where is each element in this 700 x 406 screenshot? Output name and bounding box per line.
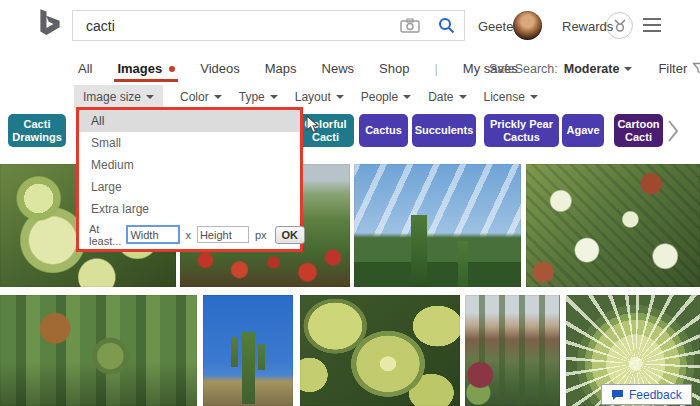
image-size-dropdown-annotated: All Small Medium Large Extra large At le… bbox=[76, 107, 303, 252]
safesearch-dropdown[interactable]: Moderate bbox=[564, 62, 620, 76]
chevron-down-icon bbox=[530, 95, 538, 99]
related-chip-cactus[interactable]: Cactus bbox=[359, 114, 408, 147]
x-separator: x bbox=[185, 229, 191, 241]
rewards-badge[interactable] bbox=[606, 12, 633, 39]
search-tabs: All Images Videos Maps News Shop | My sa… bbox=[78, 52, 518, 85]
filter-bar: Image size Color Type Layout People Date… bbox=[0, 85, 700, 108]
hamburger-menu-icon[interactable] bbox=[643, 18, 661, 32]
search-input[interactable] bbox=[73, 18, 392, 34]
tab-videos[interactable]: Videos bbox=[200, 52, 240, 85]
image-result-saguaro-blue-sky[interactable] bbox=[203, 295, 293, 406]
safesearch-label: SafeSearch: bbox=[489, 62, 558, 76]
chevron-down-icon bbox=[270, 95, 278, 99]
chevron-down-icon bbox=[146, 95, 154, 99]
search-icon bbox=[438, 17, 455, 34]
size-option-large[interactable]: Large bbox=[79, 176, 300, 198]
funnel-icon bbox=[692, 62, 700, 76]
search-nav-row: All Images Videos Maps News Shop | My sa… bbox=[0, 52, 700, 86]
related-chips-next-button[interactable] bbox=[666, 118, 680, 148]
related-chip-prickly-pear-cactus[interactable]: Prickly Pear Cactus bbox=[484, 114, 559, 147]
filter-color[interactable]: Color bbox=[180, 85, 222, 108]
user-avatar[interactable] bbox=[513, 11, 542, 40]
bing-logo[interactable] bbox=[36, 9, 64, 41]
width-input[interactable] bbox=[126, 225, 180, 244]
filter-people[interactable]: People bbox=[361, 85, 411, 108]
nav-right-tools: SafeSearch: Moderate Filter bbox=[489, 52, 700, 85]
related-chip-succulents[interactable]: Succulents bbox=[412, 114, 476, 147]
related-chip-agave[interactable]: Agave bbox=[562, 114, 604, 147]
filter-toggle[interactable]: Filter bbox=[658, 61, 700, 76]
tab-maps[interactable]: Maps bbox=[265, 52, 297, 85]
image-result-mixed-cacti-closeup[interactable] bbox=[0, 295, 197, 406]
related-chip-colorful-cacti[interactable]: Colorful Cacti bbox=[297, 114, 354, 147]
filter-layout[interactable]: Layout bbox=[295, 85, 344, 108]
tab-news[interactable]: News bbox=[322, 52, 355, 85]
filter-image-size[interactable]: Image size bbox=[74, 85, 163, 108]
ok-button[interactable]: OK bbox=[275, 226, 306, 244]
new-results-dot-icon bbox=[169, 66, 175, 72]
size-option-medium[interactable]: Medium bbox=[79, 154, 300, 176]
size-at-least-row: At least... x px OK bbox=[79, 220, 300, 249]
filter-date[interactable]: Date bbox=[428, 85, 466, 108]
px-label: px bbox=[255, 229, 267, 241]
size-option-small[interactable]: Small bbox=[79, 132, 300, 154]
size-option-all[interactable]: All bbox=[79, 110, 300, 132]
at-least-label: At least... bbox=[89, 223, 121, 247]
nav-divider: | bbox=[434, 61, 437, 76]
rewards-medal-icon bbox=[613, 19, 627, 33]
filter-license[interactable]: License bbox=[484, 85, 538, 108]
top-bar: Geetesh Rewards bbox=[0, 0, 700, 52]
tab-images[interactable]: Images bbox=[117, 52, 175, 85]
height-input[interactable] bbox=[197, 226, 249, 243]
search-box bbox=[72, 10, 465, 41]
related-chip-cacti-drawings[interactable]: Cacti Drawings bbox=[8, 114, 66, 147]
image-result-desert-mountain-cacti[interactable] bbox=[465, 295, 560, 406]
filter-type[interactable]: Type bbox=[239, 85, 278, 108]
chevron-down-icon bbox=[336, 95, 344, 99]
image-result-potted-cacti-collection[interactable] bbox=[526, 164, 700, 287]
chevron-right-icon bbox=[666, 118, 680, 144]
tab-shop[interactable]: Shop bbox=[379, 52, 409, 85]
chevron-down-icon bbox=[459, 95, 467, 99]
search-submit-button[interactable] bbox=[428, 11, 464, 40]
image-result-barrel-cacti-field[interactable] bbox=[300, 295, 460, 406]
feedback-bubble-icon bbox=[611, 389, 624, 401]
chevron-down-icon bbox=[214, 95, 222, 99]
chevron-down-icon bbox=[624, 67, 632, 71]
camera-search-button[interactable] bbox=[392, 11, 428, 40]
image-result-saguaro-cloudy-sky[interactable] bbox=[354, 164, 521, 287]
related-chip-cartoon-cacti[interactable]: Cartoon Cacti bbox=[614, 114, 663, 147]
feedback-button[interactable]: Feedback bbox=[601, 384, 692, 405]
size-option-extra-large[interactable]: Extra large bbox=[79, 198, 300, 220]
tab-all[interactable]: All bbox=[78, 52, 92, 85]
chevron-down-icon bbox=[403, 95, 411, 99]
camera-icon bbox=[400, 18, 420, 33]
